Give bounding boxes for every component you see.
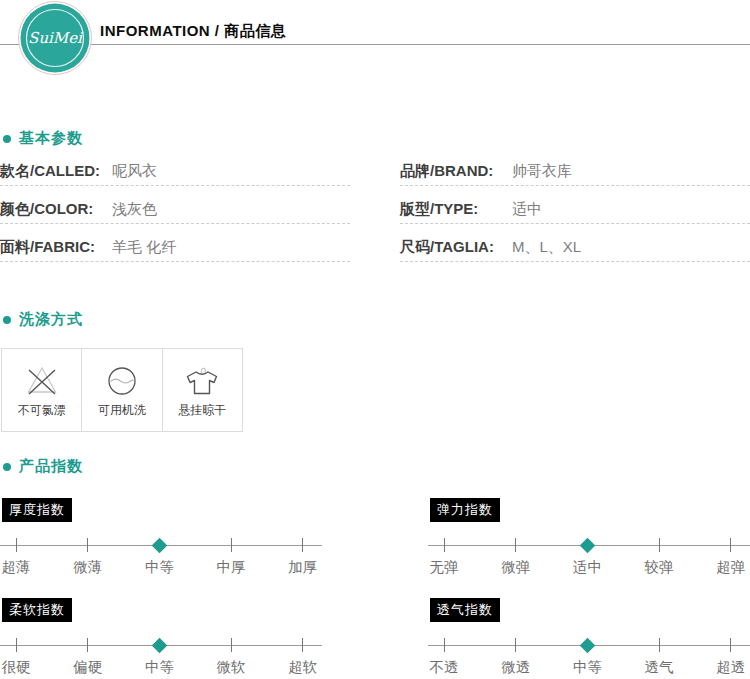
section-product-index: 产品指数 [3,457,83,476]
scale-title-badge: 透气指数 [430,598,500,622]
no-bleach-icon [24,363,60,399]
basic-params-right-column: 品牌/BRAND: 帅哥衣库 版型/TYPE: 适中 尺码/TAGLIA: M、… [400,148,750,262]
field-label: 颜色/COLOR: [0,200,112,219]
wash-item-label: 可用机洗 [98,402,146,419]
section-title: 基本参数 [19,129,83,148]
field-label: 品牌/BRAND: [400,162,512,181]
selected-marker-icon [152,637,168,653]
info-row-color: 颜色/COLOR: 浅灰色 [0,186,350,224]
basic-params-left-column: 款名/CALLED: 呢风衣 颜色/COLOR: 浅灰色 面料/FABRIC: … [0,148,350,262]
info-row-fabric: 面料/FABRIC: 羊毛 化纤 [0,224,350,262]
scale-softness: 柔软指数 很硬 偏硬 中等 微软 超软 [0,597,322,679]
field-label: 版型/TYPE: [400,200,512,219]
product-info-page: SuiMei INFORMATION / 商品信息 基本参数 款名/CALLED… [0,0,750,679]
wash-item-no-bleach: 不可氯漂 [2,349,82,431]
wash-item-label: 不可氯漂 [18,402,66,419]
info-row-called: 款名/CALLED: 呢风衣 [0,148,350,186]
field-label: 款名/CALLED: [0,162,112,181]
selected-marker-icon [152,537,168,553]
scale-breathability: 透气指数 不透 微透 中等 透气 超透 [428,597,750,679]
field-value: 适中 [512,200,542,219]
wash-item-hang-dry: 悬挂晾干 [163,349,242,431]
bullet-icon [3,135,11,143]
wash-item-label: 悬挂晾干 [178,402,226,419]
field-value: 呢风衣 [112,162,157,181]
wash-item-machine-wash: 可用机洗 [82,349,162,431]
scale-title-badge: 弹力指数 [430,498,500,522]
logo-text: SuiMei [28,29,83,47]
scale-title-badge: 厚度指数 [2,498,72,522]
bullet-icon [3,316,11,324]
wash-instructions-box: 不可氯漂 可用机洗 悬挂晾干 [1,348,243,432]
field-label: 尺码/TAGLIA: [400,238,512,257]
selected-marker-icon [580,637,596,653]
info-row-size: 尺码/TAGLIA: M、L、XL [400,224,750,262]
section-washing-method: 洗涤方式 [3,310,83,329]
field-value: 帅哥衣库 [512,162,572,181]
header-divider [0,44,750,45]
section-title: 产品指数 [19,457,83,476]
brand-logo: SuiMei [16,1,94,79]
scale-elasticity: 弹力指数 无弹 微弹 适中 较弹 超弹 [428,497,750,582]
machine-wash-icon [104,363,140,399]
field-value: 羊毛 化纤 [112,238,176,257]
field-label: 面料/FABRIC: [0,238,112,257]
info-row-type: 版型/TYPE: 适中 [400,186,750,224]
scale-thickness: 厚度指数 超薄 微薄 中等 中厚 加厚 [0,497,322,582]
page-title: INFORMATION / 商品信息 [100,22,286,41]
selected-marker-icon [580,537,596,553]
hang-dry-icon [184,363,220,399]
section-title: 洗涤方式 [19,310,83,329]
section-basic-params: 基本参数 [3,129,83,148]
bullet-icon [3,463,11,471]
info-row-brand: 品牌/BRAND: 帅哥衣库 [400,148,750,186]
field-value: 浅灰色 [112,200,157,219]
scale-title-badge: 柔软指数 [2,598,72,622]
field-value: M、L、XL [512,238,581,257]
